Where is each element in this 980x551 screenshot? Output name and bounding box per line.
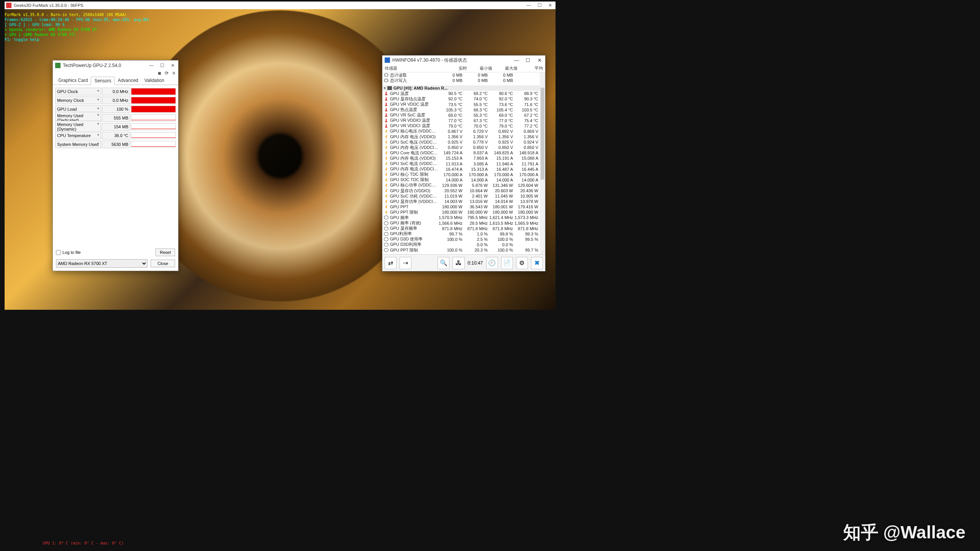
close-button[interactable]: Close (151, 260, 175, 267)
sensor-label[interactable]: CPU Temperature (55, 132, 101, 139)
sensor-row[interactable]: GPU VR VDDIO 温度 77.0 °C 67.3 °C 77.0 °C … (382, 118, 545, 123)
sensor-row[interactable]: GPU 核心 TDC 限制 170.000 A 170.000 A 170.00… (382, 172, 545, 177)
gpu-chip-icon (387, 86, 392, 90)
tab-advanced[interactable]: Advanced (115, 77, 141, 85)
sensor-row[interactable]: GPU 内存 电流 (VDDIO) 15.153 A 7.863 A 15.19… (382, 155, 545, 161)
sensor-row[interactable]: GPU SoC 电压 (VDDCR_S... 0.925 V 0.778 V 0… (382, 139, 545, 145)
maximize-button[interactable]: ☐ (534, 3, 545, 8)
close-button[interactable]: ✕ (545, 3, 556, 8)
sensor-row[interactable]: GPU Core 电流 (VDDCR_G... 149.724 A 8.037 … (382, 150, 545, 155)
val-avg: 10.905 W (515, 194, 540, 198)
sensor-row[interactable]: GPU 频率 (有效) 1,566.6 MHz 28.5 MHz 1,615.5… (382, 221, 545, 226)
sensor-row[interactable]: GPU SoC 功耗 (VDDCR_S... 11.019 W 2.401 W … (382, 193, 545, 199)
val-current: 14.000 A (439, 178, 464, 182)
sensor-row[interactable]: GPU 显存功 (VDDIO) 20.552 W 10.664 W 20.603… (382, 188, 545, 193)
col-sensor[interactable]: 传感器 (385, 65, 444, 71)
sensor-value: 0.0 MHz (102, 96, 130, 104)
screenshot-icon[interactable]: ◙ (158, 70, 161, 77)
val-min: 0 MB (464, 73, 489, 77)
log-to-file-checkbox[interactable] (56, 250, 61, 255)
save-icon[interactable]: 📄 (501, 257, 513, 269)
sensor-name: GPU 核心功率 (VDDCR_GFX) (390, 182, 439, 188)
sensor-row[interactable]: GPU SoC 电流 (VDDCR_S... 11.913 A 3.085 A … (382, 161, 545, 167)
network-icon[interactable]: 🖧 (452, 257, 464, 269)
val-min: 55.5 °C (464, 102, 489, 107)
refresh-icon[interactable]: ⟳ (165, 70, 169, 77)
settings-icon[interactable]: ⚙ (516, 257, 528, 269)
sensor-row[interactable]: 总计写入 0 MB 0 MB 0 MB (382, 78, 545, 83)
val-max: 0 MB (489, 73, 515, 77)
volt-icon (384, 129, 388, 133)
val-min: 15.313 A (464, 167, 489, 172)
sensor-row[interactable]: GPU 内存 电压 (VDDCI_M... 0.850 V 0.850 V 0.… (382, 145, 545, 150)
nav-arrows-icon[interactable]: ⇄ (385, 257, 397, 269)
scrollbar-thumb[interactable] (541, 88, 544, 180)
sensor-row[interactable]: GPU PPT 180.000 W 36.543 W 180.001 W 179… (382, 204, 545, 209)
scrollbar[interactable] (540, 72, 545, 254)
col-avg[interactable]: 平均 (520, 65, 545, 71)
sensor-row[interactable]: GPU SOC TDC 限制 14.000 A 14.000 A 14.000 … (382, 177, 545, 183)
sensor-row[interactable]: GPU D3D 使用率 100.0 % 2.5 % 100.0 % 99.5 % (382, 237, 545, 242)
val-min: 0.0 % (464, 242, 489, 247)
sensor-group-header[interactable]: ▾GPU [#0]: AMD Radeon R... (382, 85, 545, 91)
tab-validation[interactable]: Validation (141, 77, 167, 85)
menu-icon[interactable]: ≡ (172, 70, 175, 77)
maximize-button[interactable]: ☐ (157, 63, 167, 68)
sensor-row[interactable]: GPU PPT 限制 100.0 % 20.3 % 100.0 % 99.7 % (382, 247, 545, 253)
sensor-name: GPU VR VDDC 温度 (390, 101, 439, 107)
sensor-label[interactable]: Memory Used (Dynamic) (55, 121, 101, 133)
volt-icon (384, 178, 388, 182)
close-button[interactable]: ✕ (167, 63, 178, 68)
sensor-row[interactable]: GPU VR VDDC 温度 73.5 °C 55.5 °C 73.6 °C 7… (382, 101, 545, 107)
col-max[interactable]: 最大值 (495, 65, 520, 71)
sensor-row[interactable]: GPU VR SoC 温度 69.0 °C 55.3 °C 69.0 °C 67… (382, 113, 545, 118)
sensor-name: GPU PPT (390, 204, 439, 209)
furmark-bottom-status: GPU 1: 0° C (min: 0° C - max: 0° C) (43, 541, 124, 545)
sensor-row[interactable]: GPU 显存频率 871.8 MHz 871.8 MHz 871.8 MHz 8… (382, 226, 545, 231)
minimize-button[interactable]: — (146, 63, 157, 68)
col-current[interactable]: 实时 (444, 65, 469, 71)
sensor-name: GPU 内存 电流 (VDDCI_M... (390, 166, 439, 172)
reset-button[interactable]: Reset (156, 249, 175, 256)
val-max: 14.000 A (489, 178, 515, 182)
close-button[interactable]: ✕ (534, 57, 545, 63)
maximize-button[interactable]: ☐ (522, 57, 534, 63)
sensor-row[interactable]: GPU 温度 90.5 °C 68.2 °C 90.6 °C 88.9 °C (382, 91, 545, 96)
sensor-row[interactable]: GPU利用率 99.7 % 1.0 % 99.8 % 99.3 % (382, 231, 545, 237)
sensor-row[interactable]: GPU D3D利用率 0.0 % 0.0 % (382, 242, 545, 247)
sensor-row[interactable]: GPU 热点温度 105.3 °C 68.3 °C 105.4 °C 103.5… (382, 107, 545, 113)
sensor-row[interactable]: GPU 内存 电流 (VDDCI_M... 16.474 A 15.313 A … (382, 167, 545, 172)
device-select[interactable]: AMD Radeon RX 5700 XT (56, 259, 147, 268)
sensor-row[interactable]: GPU 频率 1,570.9 MHz 795.5 MHz 1,621.4 MHz… (382, 215, 545, 220)
sensor-row[interactable]: GPU 内存 电压 (VDDIO) 1.356 V 1.356 V 1.356 … (382, 134, 545, 139)
sensor-row[interactable]: GPU 核心电压 (VDDCR_GFX) 0.867 V 0.729 V 0.8… (382, 129, 545, 134)
sensor-row[interactable]: GPU PPT 限制 180.000 W 180.000 W 180.000 W… (382, 209, 545, 215)
temp-icon (384, 113, 388, 117)
val-max: 100.0 % (489, 248, 515, 252)
volt-icon (384, 156, 388, 160)
overlay-line: FurMark v1.35.0.0 - Burn-in test, 2560x1… (5, 12, 150, 17)
sensor-row[interactable]: GPU 显存结点温度 92.0 °C 74.0 °C 92.0 °C 90.3 … (382, 96, 545, 101)
search-icon[interactable]: 🔍 (438, 257, 449, 269)
val-max: 170.000 A (489, 172, 515, 177)
tab-graphics-card[interactable]: Graphics Card (55, 77, 91, 85)
col-min[interactable]: 最小值 (469, 65, 495, 71)
sensor-label[interactable]: System Memory Used (55, 141, 101, 148)
exit-icon[interactable]: ✖ (531, 257, 543, 269)
sensor-row[interactable]: 总计读取 0 MB 0 MB 0 MB (382, 72, 545, 78)
sensor-label[interactable]: GPU Clock (55, 88, 101, 95)
volt-icon (384, 183, 388, 187)
tab-sensors[interactable]: Sensors (91, 77, 115, 85)
val-max: 149.825 A (489, 150, 515, 155)
clock-icon[interactable]: 🕘 (486, 257, 498, 269)
minimize-button[interactable]: — (511, 57, 522, 63)
clk-icon (384, 221, 388, 225)
sensor-value: 100 % (102, 105, 130, 113)
sensor-label[interactable]: Memory Clock (55, 96, 101, 104)
volt-icon (384, 146, 388, 149)
sensor-row[interactable]: GPU VR VDDCI 温度 79.0 °C 70.0 °C 79.0 °C … (382, 123, 545, 129)
minimize-button[interactable]: — (523, 3, 534, 8)
sensor-row[interactable]: GPU 核心功率 (VDDCR_GFX) 129.936 W 5.876 W 1… (382, 183, 545, 188)
sensor-row[interactable]: GPU 显存功率 (VDDCI_MEM) 14.003 W 13.016 W 1… (382, 199, 545, 204)
nav-step-icon[interactable]: ⇢ (400, 257, 411, 269)
